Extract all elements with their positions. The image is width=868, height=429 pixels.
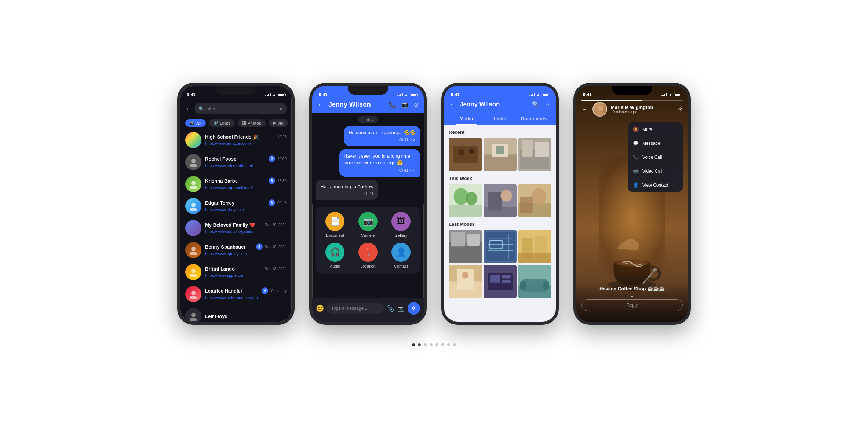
filter-links-icon: 🔗 — [213, 121, 218, 125]
att-camera[interactable]: 📷 Camera — [354, 212, 382, 238]
attach-button[interactable]: 📎 — [387, 305, 394, 312]
thumb-recent-3[interactable] — [518, 138, 551, 171]
chat-link-4: https://www.ebay.com — [205, 208, 244, 212]
more-icon-3[interactable]: ⊙ — [546, 101, 551, 108]
chat-list: High School Friends 🎉 12:26 https://www.… — [180, 129, 292, 325]
emoji-button[interactable]: 😊 — [316, 304, 324, 312]
thumb-week-3[interactable] — [518, 184, 551, 217]
dot-5[interactable] — [435, 343, 438, 346]
tab-links[interactable]: Links — [483, 112, 517, 125]
back-arrow-3[interactable]: ← — [449, 100, 456, 108]
dot-7[interactable] — [447, 343, 450, 346]
video-call-icon[interactable]: 📷 — [401, 101, 409, 108]
clear-icon[interactable]: ✕ — [279, 106, 283, 111]
chat-item-1[interactable]: High School Friends 🎉 12:26 https://www.… — [180, 129, 292, 151]
svg-point-12 — [191, 313, 196, 317]
view-contact-label: View Contact — [642, 183, 668, 188]
att-audio[interactable]: 🎧 Audio — [321, 243, 349, 268]
chat-item-6[interactable]: Benny Spanbauer 2 Dec 19, 2024 https://w… — [180, 239, 292, 261]
dot-3[interactable] — [424, 343, 427, 346]
search-icon-3[interactable]: 🔍 — [532, 101, 539, 108]
chat-item-2[interactable]: Rochel Foose 2 20:00 https://www.microso… — [180, 151, 292, 173]
thumb-month-6[interactable] — [518, 265, 551, 298]
avatar-4 — [185, 198, 201, 214]
thumb-recent-2[interactable] — [484, 138, 517, 171]
more-options-4[interactable]: ⊙ — [678, 106, 683, 113]
phone-call-icon[interactable]: 📞 — [389, 101, 396, 108]
context-video-call[interactable]: 📹 Video Call — [628, 164, 683, 178]
avatar-2 — [185, 154, 201, 170]
dot-4[interactable] — [430, 343, 433, 346]
context-mute[interactable]: 🔕 Mute — [628, 122, 683, 136]
filter-all[interactable]: 📷 All — [185, 119, 206, 127]
attachment-grid: 📄 Document 📷 Camera 🖼 Gallery 🎧 Audio 📍 — [321, 212, 415, 268]
dot-1[interactable] — [412, 343, 415, 346]
svg-point-1 — [190, 164, 197, 167]
signal-3 — [529, 93, 535, 96]
thumb-month-2[interactable] — [484, 230, 517, 263]
reply-bar[interactable]: Reply — [581, 299, 683, 311]
svg-point-4 — [191, 203, 196, 207]
battery-3 — [542, 93, 549, 96]
svg-rect-24 — [522, 140, 533, 157]
phone-search: 9:41 ▲ ← 🔍 https ✕ — [177, 83, 295, 325]
svg-rect-15 — [453, 146, 478, 163]
thumb-week-1[interactable] — [449, 184, 482, 217]
chat-item-8[interactable]: Leatrice Handler 4 Yesterday https://www… — [180, 283, 292, 305]
time-4: 9:41 — [583, 92, 592, 97]
svg-point-74 — [598, 106, 603, 111]
thumb-month-4[interactable] — [449, 265, 482, 298]
back-arrow-4[interactable]: ← — [581, 106, 587, 113]
svg-rect-61 — [490, 275, 500, 282]
context-voice-call[interactable]: 📞 Voice Call — [628, 150, 683, 164]
more-options-icon[interactable]: ⊙ — [414, 101, 419, 108]
badge-3: 8 — [269, 177, 275, 184]
thumb-month-5[interactable] — [484, 265, 517, 298]
filter-links[interactable]: 🔗 Links — [209, 119, 235, 127]
att-gallery[interactable]: 🖼 Gallery — [387, 212, 415, 238]
context-view-contact[interactable]: 👤 View Contact — [628, 178, 683, 192]
filter-video[interactable]: ▶ Vid — [269, 119, 288, 127]
chat-item-9[interactable]: Leif Floyd — [180, 305, 292, 325]
att-document[interactable]: 📄 Document — [321, 212, 349, 238]
thumb-month-1[interactable] — [449, 230, 482, 263]
search-header: ← 🔍 https ✕ — [180, 100, 292, 117]
att-location[interactable]: 📍 Location — [354, 243, 382, 268]
status-icons-2: ▲ — [397, 92, 417, 97]
story-avatar — [592, 102, 607, 117]
contact-name-2: Jenny Wilson — [328, 101, 385, 109]
chat-item-3[interactable]: Krishna Barbe 8 18:39 https://www.superc… — [180, 173, 292, 195]
filter-photos[interactable]: 🖼 Photos — [238, 119, 266, 127]
badge-4: 3 — [269, 199, 275, 206]
dot-6[interactable] — [441, 343, 444, 346]
svg-point-7 — [190, 252, 197, 255]
screen-1: ← 🔍 https ✕ 📷 All 🔗 Links 🖼 P — [180, 86, 292, 322]
input-placeholder: Type a message... — [331, 306, 367, 311]
search-box[interactable]: 🔍 https ✕ — [195, 103, 287, 114]
chat-item-5[interactable]: My Beloved Family ❤️ Dec 20, 2024 https:… — [180, 217, 292, 239]
chat-link-3: https://www.supercell.com/ — [205, 186, 253, 190]
svg-point-17 — [469, 148, 474, 154]
mic-button[interactable]: 🎙 — [408, 302, 420, 315]
dot-2[interactable] — [418, 343, 421, 346]
message-input[interactable]: Type a message... — [327, 303, 384, 314]
media-tabs: Media Links Documents — [449, 112, 551, 125]
reply-label: Reply — [627, 302, 638, 308]
phone-media: 9:41 ▲ ← Jenny Wilson 🔍 ⊙ Media — [441, 83, 559, 325]
thumb-week-2[interactable] — [484, 184, 517, 217]
context-message[interactable]: 💬 Message — [628, 136, 683, 150]
back-arrow-2[interactable]: ← — [317, 100, 325, 109]
camera-button[interactable]: 📷 — [397, 305, 405, 312]
tab-documents[interactable]: Documents — [517, 112, 551, 125]
signal-1 — [265, 93, 271, 96]
back-arrow-1[interactable]: ← — [185, 105, 192, 113]
dot-8[interactable] — [453, 343, 456, 346]
tab-media[interactable]: Media — [449, 112, 483, 125]
chat-item-4[interactable]: Edgar Torrey 3 09:48 https://www.ebay.co… — [180, 195, 292, 217]
chat-info-9: Leif Floyd — [205, 314, 287, 319]
att-contact[interactable]: 👤 Contact — [387, 243, 415, 268]
chat-item-7[interactable]: Brittni Lando Dec 18, 2024 https://www.a… — [180, 261, 292, 283]
thumb-month-3[interactable] — [518, 230, 551, 263]
wifi-icon-2: ▲ — [404, 92, 408, 97]
thumb-recent-1[interactable] — [449, 138, 482, 171]
